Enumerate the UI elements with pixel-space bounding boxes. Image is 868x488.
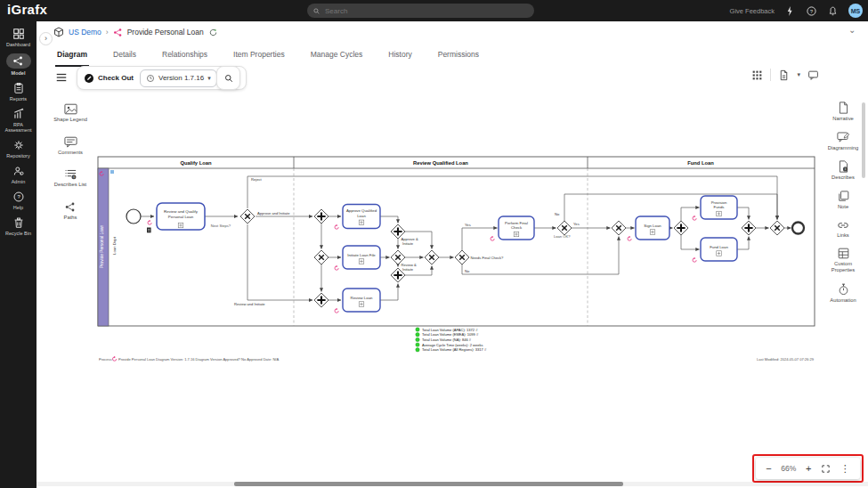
export-document-icon[interactable] bbox=[778, 69, 790, 81]
chevron-down-icon[interactable]: ⌄ bbox=[848, 25, 856, 35]
table-grid-icon bbox=[838, 248, 849, 259]
svg-text:Next Steps?: Next Steps? bbox=[211, 224, 231, 228]
sidebar-item-model[interactable]: Model bbox=[0, 53, 37, 76]
rpa-chart-icon bbox=[12, 108, 25, 120]
help-icon[interactable]: ? bbox=[806, 5, 817, 17]
reports-clipboard-icon bbox=[12, 82, 25, 94]
menu-icon[interactable] bbox=[55, 71, 68, 84]
sidebar-item-reports[interactable]: Reports bbox=[0, 82, 37, 102]
fit-to-screen-icon[interactable] bbox=[821, 464, 831, 474]
svg-text:Sign Loan: Sign Loan bbox=[644, 224, 661, 228]
tab-history[interactable]: History bbox=[386, 45, 413, 67]
app-sidebar: Dashboard Model Reports RPA Assessment R… bbox=[0, 21, 37, 488]
svg-text:Yes: Yes bbox=[465, 223, 471, 227]
repository-cube-icon bbox=[53, 27, 64, 37]
sidebar-item-help[interactable]: ? Help bbox=[0, 191, 37, 210]
svg-text:Process:: Process: bbox=[99, 357, 113, 362]
svg-text:Reject: Reject bbox=[251, 177, 262, 182]
svg-text:Total Loan Volume (NA): 846 #: Total Loan Volume (NA): 846 # bbox=[422, 338, 472, 342]
svg-text:Total Loan Volume (APAC): 1372: Total Loan Volume (APAC): 1372 # bbox=[422, 328, 478, 332]
svg-text:Initiate: Initiate bbox=[402, 267, 414, 272]
phase-review-qualified-loan: Review Qualified Loan bbox=[413, 160, 468, 166]
rail-item-narrative[interactable]: Narrative bbox=[824, 102, 862, 122]
search-input[interactable] bbox=[325, 7, 503, 15]
rail-item-paths[interactable]: Paths bbox=[53, 201, 88, 221]
check-out-button[interactable]: Check Out bbox=[84, 73, 134, 84]
diagram-canvas[interactable]: Qualify Loan Review Qualified Loan Fund … bbox=[96, 153, 815, 367]
diagram-right-rail: Narrative Diagramming i Describes Note L… bbox=[824, 102, 862, 303]
checkout-status-icon bbox=[208, 28, 218, 37]
rail-item-automation[interactable]: Automation bbox=[824, 283, 862, 304]
diagram-toolbar: Check Out Version 1.7.16 ▾ i ▾ bbox=[53, 66, 819, 93]
svg-text:Initiate: Initiate bbox=[402, 241, 414, 246]
rail-item-custom-properties[interactable]: Custom Properties bbox=[824, 248, 862, 272]
expand-panel-button[interactable]: › bbox=[39, 32, 53, 45]
give-feedback-link[interactable]: Give Feedback bbox=[730, 7, 775, 15]
caret-down-icon[interactable]: ▾ bbox=[797, 71, 800, 78]
rail-item-note[interactable]: Note bbox=[824, 191, 862, 210]
bell-icon[interactable] bbox=[827, 5, 839, 17]
chain-link-icon bbox=[837, 220, 849, 231]
tab-manage-cycles[interactable]: Manage Cycles bbox=[309, 45, 365, 67]
svg-text:Total Loan Volume (All Regions: Total Loan Volume (All Regions): 3317 # bbox=[422, 347, 487, 352]
svg-text:Loan: Loan bbox=[357, 214, 366, 218]
svg-text:No: No bbox=[555, 212, 560, 216]
version-selector[interactable]: Version 1.7.16 ▾ bbox=[140, 69, 217, 87]
svg-text:Average Cycle Time (weeks): 2: Average Cycle Time (weeks): 2 weeks bbox=[422, 343, 483, 347]
rail-item-comments[interactable]: Comments bbox=[53, 136, 88, 156]
kebab-menu-icon[interactable]: ⋮ bbox=[840, 463, 850, 475]
zoom-out-button[interactable]: − bbox=[766, 463, 771, 474]
svg-text:Initiate Loan File: Initiate Loan File bbox=[347, 253, 376, 257]
zoom-in-button[interactable]: + bbox=[806, 463, 811, 474]
tab-permissions[interactable]: Permissions bbox=[436, 45, 481, 67]
admin-user-icon bbox=[12, 165, 25, 177]
svg-text:Review Loan: Review Loan bbox=[351, 296, 373, 300]
breadcrumb-root-link[interactable]: US Demo bbox=[69, 28, 101, 37]
rail-item-diagramming[interactable]: Diagramming bbox=[824, 132, 862, 151]
end-event[interactable] bbox=[792, 223, 804, 234]
breadcrumb-current: Provide Personal Loan bbox=[127, 28, 204, 37]
tab-item-properties[interactable]: Item Properties bbox=[231, 45, 287, 67]
lane-label: Loan Dept bbox=[112, 236, 117, 255]
svg-text:?: ? bbox=[17, 195, 20, 200]
zoom-controls: − 66% + ⋮ bbox=[756, 458, 860, 479]
breadcrumb-separator: › bbox=[106, 28, 109, 37]
svg-text:Personal Loan: Personal Loan bbox=[168, 215, 194, 219]
pool-label: Provide Personal Loan bbox=[100, 224, 104, 268]
svg-text:Perform Final: Perform Final bbox=[505, 221, 528, 225]
global-search[interactable] bbox=[307, 4, 534, 18]
svg-text:Total Loan Volume (EMEA): 1099: Total Loan Volume (EMEA): 1099 # bbox=[422, 332, 479, 337]
sidebar-item-rpa-assessment[interactable]: RPA Assessment bbox=[0, 108, 37, 133]
sidebar-item-recycle-bin[interactable]: Recycle Bin bbox=[0, 216, 37, 236]
vertical-scrollbar[interactable] bbox=[862, 102, 865, 178]
help-circle-icon: ? bbox=[12, 191, 25, 203]
svg-text:Review and Initiate: Review and Initiate bbox=[234, 302, 265, 306]
svg-text:No: No bbox=[465, 269, 470, 273]
sidebar-item-dashboard[interactable]: Dashboard bbox=[0, 28, 37, 47]
tab-diagram[interactable]: Diagram bbox=[55, 45, 89, 67]
rail-item-shape-legend[interactable]: Shape Legend bbox=[53, 103, 88, 123]
dashboard-grid-icon bbox=[12, 28, 25, 40]
rail-item-describes[interactable]: i Describes bbox=[824, 160, 862, 181]
comment-icon[interactable] bbox=[807, 69, 819, 81]
start-event[interactable] bbox=[126, 209, 141, 224]
tab-relationships[interactable]: Relationships bbox=[160, 45, 209, 67]
svg-text:Funds: Funds bbox=[714, 205, 725, 209]
tab-details[interactable]: Details bbox=[111, 45, 138, 67]
svg-text:Yes: Yes bbox=[573, 222, 580, 226]
apps-grid-icon[interactable] bbox=[751, 69, 763, 81]
svg-text:Provide Personal Loan Diagra: Provide Personal Loan Diagram Version: 1… bbox=[118, 357, 279, 362]
horizontal-scrollbar-thumb[interactable] bbox=[234, 482, 623, 486]
rail-item-links[interactable]: Links bbox=[824, 220, 862, 239]
lightning-bolt-icon[interactable] bbox=[784, 5, 796, 17]
svg-text:Check: Check bbox=[511, 225, 523, 230]
sidebar-item-admin[interactable]: Admin bbox=[0, 165, 37, 184]
document-icon bbox=[838, 102, 849, 114]
stopwatch-icon bbox=[838, 283, 849, 296]
kpi-legend: Total Loan Volume (APAC): 1372 # Total L… bbox=[416, 328, 487, 353]
diagram-search-button[interactable] bbox=[216, 66, 240, 90]
sidebar-item-repository[interactable]: Repository bbox=[0, 139, 37, 159]
divider bbox=[770, 69, 771, 81]
user-avatar[interactable]: MS bbox=[848, 4, 863, 18]
rail-item-describes-list[interactable]: i Describes List bbox=[53, 168, 88, 188]
